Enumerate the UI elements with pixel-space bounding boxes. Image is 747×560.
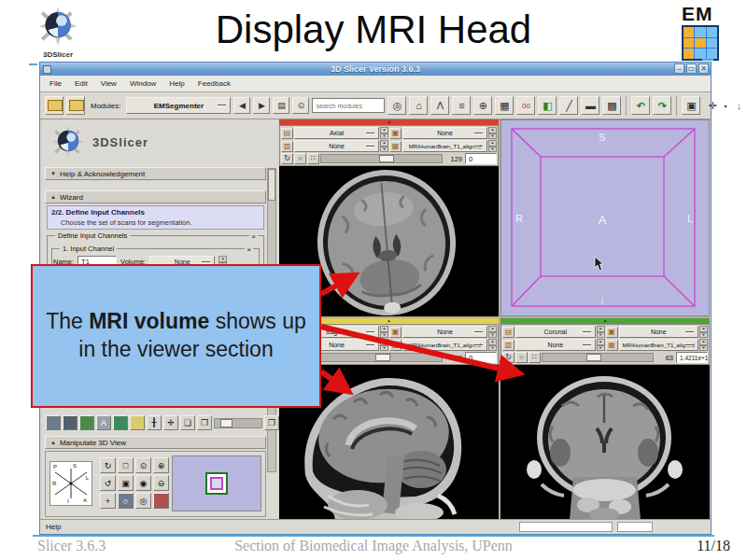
module-history-icon[interactable]: ▤ bbox=[273, 97, 289, 114]
more-options-icon[interactable]: ❐ bbox=[264, 415, 279, 430]
axial-slice-offset[interactable]: 0 bbox=[465, 153, 497, 164]
scrollbar-thumb[interactable] bbox=[268, 169, 275, 201]
annotation-icon[interactable]: A bbox=[96, 415, 111, 430]
spinner[interactable]: ▲▼ bbox=[488, 339, 497, 351]
redo-icon[interactable]: ↷ bbox=[653, 96, 671, 115]
module-editor-icon[interactable]: ▩ bbox=[602, 96, 621, 115]
stereo-icon[interactable]: ▣ bbox=[118, 475, 134, 491]
close-button[interactable]: ✕ bbox=[698, 63, 709, 74]
module-data-icon[interactable]: ≡ bbox=[452, 96, 471, 115]
module-colors-icon[interactable]: ▬ bbox=[581, 96, 599, 115]
menu-help[interactable]: Help bbox=[169, 79, 184, 88]
section-manipulate-3d[interactable]: ▲ Manipulate 3D View bbox=[45, 436, 266, 449]
toggle-labels-icon[interactable] bbox=[79, 415, 94, 430]
spinner[interactable]: ▲▼ bbox=[380, 140, 388, 152]
layout-select-icon[interactable]: ▣ bbox=[682, 96, 700, 115]
spin-view-icon[interactable]: ○ bbox=[118, 493, 134, 509]
module-home-icon[interactable]: ⌂ bbox=[409, 96, 428, 115]
slice-link-icon[interactable]: ▤ bbox=[281, 128, 293, 139]
axial-foreground-dropdown[interactable]: None bbox=[402, 127, 487, 139]
layer-back-icon[interactable]: ❐ bbox=[197, 415, 212, 430]
axial-slice-slider[interactable] bbox=[320, 154, 443, 163]
slice-grid-icon[interactable]: ∷ bbox=[307, 153, 319, 164]
slice-grid-icon[interactable]: ∷ bbox=[529, 352, 541, 363]
opacity-slider[interactable] bbox=[214, 418, 262, 428]
mouse-mode-dropdown-icon[interactable]: ▾ bbox=[724, 103, 726, 109]
toggle-slice1-icon[interactable] bbox=[46, 415, 61, 430]
module-back-icon[interactable]: ◀ bbox=[233, 97, 250, 114]
close-channel-icon[interactable]: × bbox=[245, 245, 253, 254]
sagittal-slice-slider[interactable] bbox=[320, 353, 443, 362]
section-help-acknowledgement[interactable]: ▼ Help & Acknowledgement bbox=[45, 167, 266, 180]
coronal-slice-offset[interactable]: 1.4211e+1 bbox=[676, 352, 708, 363]
search-modules-input[interactable] bbox=[312, 98, 385, 113]
record-icon[interactable]: ◉ bbox=[135, 475, 151, 491]
axial-orientation-dropdown[interactable]: Axial bbox=[294, 127, 379, 139]
module-forward-icon[interactable]: ▶ bbox=[253, 97, 270, 114]
module-transforms-icon[interactable]: 00 bbox=[516, 96, 535, 115]
navigation-preview[interactable] bbox=[172, 455, 261, 511]
fit-window-icon[interactable]: ✛ bbox=[163, 415, 178, 430]
spinner[interactable]: ▲▼ bbox=[380, 326, 388, 338]
module-search-icon[interactable]: ◎ bbox=[388, 96, 406, 115]
coronal-slice-slider[interactable] bbox=[542, 353, 654, 362]
foreground-layer-icon[interactable]: ▣ bbox=[389, 327, 402, 338]
menu-file[interactable]: File bbox=[49, 79, 62, 88]
fit-slice-icon[interactable]: ↻ bbox=[502, 352, 514, 363]
menu-view[interactable]: View bbox=[101, 79, 117, 88]
coronal-viewport[interactable] bbox=[500, 365, 710, 520]
minimize-button[interactable]: – bbox=[674, 63, 684, 74]
axis-orientation-widget[interactable]: P S L R A I bbox=[49, 461, 92, 506]
zoom-out-icon[interactable]: ⊖ bbox=[153, 475, 169, 491]
undo-icon[interactable]: ↶ bbox=[631, 96, 650, 115]
module-models-icon[interactable]: ▦ bbox=[495, 96, 514, 115]
grid-icon[interactable]: ╂ bbox=[147, 415, 162, 430]
place-fiducial-icon[interactable]: ↓ bbox=[729, 96, 747, 115]
slider-handle[interactable] bbox=[586, 354, 601, 361]
center-view-icon[interactable]: □ bbox=[118, 457, 134, 473]
module-measurements-icon[interactable]: Λ bbox=[430, 96, 449, 115]
look-from-icon[interactable]: + bbox=[100, 493, 116, 509]
slider-handle[interactable] bbox=[375, 354, 390, 361]
opacity-slider-handle[interactable] bbox=[220, 419, 233, 427]
sagittal-slice-offset[interactable]: 0 bbox=[465, 352, 497, 363]
view3d-viewport[interactable]: S R A L I bbox=[500, 119, 710, 316]
menu-window[interactable]: Window bbox=[130, 79, 156, 88]
spinner[interactable]: ▲▼ bbox=[597, 339, 605, 351]
rotate-view-icon[interactable]: ↻ bbox=[100, 457, 116, 473]
slice-visibility-icon[interactable]: ○ bbox=[294, 153, 306, 164]
spinner[interactable]: ▲▼ bbox=[380, 127, 388, 139]
module-fiducials-icon[interactable]: ◧ bbox=[538, 96, 557, 115]
module-ruler-icon[interactable]: ╱ bbox=[559, 96, 578, 115]
slice-visibility-icon[interactable]: ○ bbox=[515, 352, 528, 363]
foreground-layer-icon[interactable]: ▣ bbox=[389, 128, 402, 139]
spinner[interactable]: ▲▼ bbox=[597, 326, 605, 338]
coronal-label-dropdown[interactable]: None bbox=[515, 339, 596, 351]
sagittal-background-dropdown[interactable]: MRIHumanBrain_T1_aligned bbox=[402, 339, 487, 351]
menu-feedback[interactable]: Feedback bbox=[198, 79, 231, 88]
spinner[interactable]: ▲▼ bbox=[488, 127, 497, 139]
maximize-button[interactable]: ▭ bbox=[686, 63, 697, 74]
fit-slice-icon[interactable]: ↻ bbox=[281, 153, 293, 164]
section-wizard[interactable]: ▲ Wizard bbox=[45, 190, 266, 203]
background-layer-icon[interactable]: ▦ bbox=[389, 340, 402, 351]
ruler-3d-icon[interactable] bbox=[153, 493, 169, 509]
sagittal-foreground-dropdown[interactable]: None bbox=[402, 326, 487, 338]
coronal-background-dropdown[interactable]: MRIHumanBrain_T1_aligned bbox=[619, 339, 699, 351]
layer-front-icon[interactable]: ❏ bbox=[180, 415, 195, 430]
spinner[interactable]: ▲▼ bbox=[699, 326, 708, 338]
spinner[interactable]: ▲▼ bbox=[380, 339, 388, 351]
axial-label-dropdown[interactable]: None bbox=[294, 140, 379, 152]
save-scene-icon[interactable] bbox=[66, 96, 85, 115]
close-group-icon[interactable]: × bbox=[249, 232, 258, 241]
crosshair-icon[interactable] bbox=[130, 415, 145, 430]
label-layer-icon[interactable]: ▥ bbox=[281, 141, 293, 152]
modules-dropdown[interactable]: EMSegmenter bbox=[126, 97, 231, 114]
spinner[interactable]: ▲▼ bbox=[488, 326, 497, 338]
label-layer-icon[interactable]: ▥ bbox=[502, 340, 514, 351]
background-layer-icon[interactable]: ▦ bbox=[606, 340, 618, 351]
magnify-icon[interactable]: ◎ bbox=[135, 493, 151, 509]
axial-background-dropdown[interactable]: MRIHumanBrain_T1_aligned bbox=[402, 140, 487, 152]
screenshot-icon[interactable]: ⊙ bbox=[292, 97, 309, 114]
mouse-mode-icon[interactable]: ✛ bbox=[703, 96, 722, 115]
